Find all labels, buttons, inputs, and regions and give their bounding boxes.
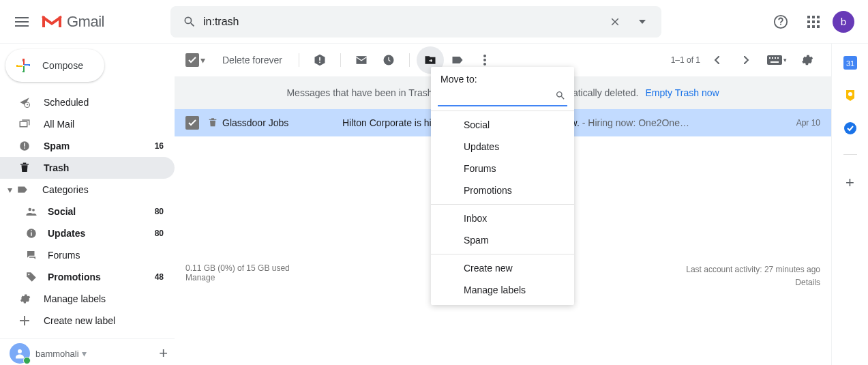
svg-rect-2 (812, 16, 815, 18)
mail-sender: Glassdoor Jobs (222, 117, 342, 128)
search-options-button[interactable] (629, 8, 656, 35)
info-icon (25, 227, 38, 239)
hangouts-avatar[interactable] (10, 343, 30, 364)
svg-rect-6 (817, 20, 820, 23)
snooze-button[interactable] (375, 46, 402, 74)
mark-unread-button[interactable] (348, 46, 375, 74)
svg-point-15 (32, 209, 35, 211)
apps-grid-icon (807, 16, 820, 28)
details-link[interactable]: Details (686, 276, 820, 289)
tag-icon (25, 271, 38, 283)
svg-rect-18 (31, 231, 32, 232)
calendar-addon[interactable]: 31 (843, 56, 857, 70)
product-name: Gmail (67, 13, 104, 31)
sidebar-item-updates[interactable]: Updates 80 (0, 222, 175, 244)
svg-point-19 (28, 274, 29, 275)
trash-icon (207, 117, 218, 128)
popup-item-spam[interactable]: Spam (431, 229, 574, 251)
clear-search-button[interactable] (601, 8, 629, 35)
next-page-button[interactable] (733, 46, 760, 74)
popup-item-manage[interactable]: Manage labels (431, 279, 574, 301)
sidebar-manage-labels[interactable]: Manage labels (0, 288, 175, 310)
gear-icon (18, 293, 31, 305)
get-addons-button[interactable]: + (845, 174, 854, 192)
label-icon (16, 184, 30, 196)
compose-label: Compose (42, 60, 83, 71)
spam-icon (18, 140, 31, 152)
product-logo[interactable]: Gmail (41, 13, 170, 31)
prev-page-button[interactable] (703, 46, 730, 74)
more-vert-icon (483, 55, 486, 65)
sidebar-item-scheduled[interactable]: Scheduled (0, 91, 175, 113)
storage-text: 0.11 GB (0%) of 15 GB used (185, 263, 290, 273)
compose-button[interactable]: Compose (5, 49, 104, 82)
header-actions: b (767, 8, 863, 35)
toolbar-right: 1–1 of 1 ▾ (671, 46, 820, 74)
svg-rect-27 (767, 55, 782, 65)
input-tools-button[interactable]: ▾ (763, 46, 790, 74)
search-icon (183, 15, 196, 29)
manage-storage-link[interactable]: Manage (185, 273, 290, 282)
empty-trash-link[interactable]: Empty Trash now (645, 87, 719, 98)
delete-forever-button[interactable]: Delete forever (222, 55, 282, 65)
svg-point-35 (848, 92, 852, 96)
popup-item-promotions[interactable]: Promotions (431, 179, 574, 201)
svg-rect-4 (807, 20, 810, 23)
sidebar-item-spam[interactable]: Spam 16 (0, 135, 175, 157)
keep-icon (843, 89, 857, 102)
hamburger-icon (15, 17, 29, 27)
svg-point-36 (844, 122, 856, 134)
people-icon (25, 205, 38, 218)
select-dropdown[interactable]: ▾ (200, 55, 210, 65)
apps-button[interactable] (800, 8, 827, 35)
app-header: Gmail b (0, 0, 868, 44)
svg-rect-21 (319, 57, 320, 61)
svg-rect-31 (777, 57, 779, 59)
caret-down-icon[interactable]: ▾ (82, 348, 87, 359)
popup-item-inbox[interactable]: Inbox (431, 207, 574, 229)
main-menu-button[interactable] (5, 5, 38, 38)
svg-rect-8 (812, 25, 815, 28)
sidebar-item-categories[interactable]: ▾ Categories (0, 179, 175, 201)
mail-date: Apr 10 (796, 118, 820, 128)
svg-point-20 (18, 349, 22, 353)
popup-item-social[interactable]: Social (431, 114, 574, 136)
svg-rect-13 (24, 147, 25, 149)
popup-search-input[interactable] (438, 89, 567, 100)
report-spam-button[interactable] (306, 46, 333, 74)
plus-icon (18, 315, 31, 326)
sidebar-item-forums[interactable]: Forums (0, 244, 175, 266)
support-button[interactable] (767, 8, 794, 35)
search-icon (555, 90, 566, 101)
popup-item-updates[interactable]: Updates (431, 136, 574, 158)
popup-item-forums[interactable]: Forums (431, 158, 574, 179)
new-chat-button[interactable]: + (159, 345, 168, 362)
svg-point-14 (29, 208, 32, 211)
svg-rect-12 (24, 143, 25, 147)
check-icon (188, 119, 196, 126)
sidebar-item-trash[interactable]: Trash (0, 157, 175, 179)
select-all-checkbox[interactable] (185, 53, 199, 67)
gear-icon (800, 53, 813, 67)
folder-move-icon (423, 53, 437, 67)
row-checkbox[interactable] (185, 116, 199, 130)
sidebar-item-allmail[interactable]: All Mail (0, 113, 175, 135)
mail-icon (355, 53, 368, 67)
spam-icon (313, 53, 327, 67)
tasks-addon[interactable] (843, 121, 857, 135)
settings-button[interactable] (793, 46, 820, 74)
sidebar: Compose Scheduled All Mail Spam 16 Trash… (0, 44, 175, 365)
sidebar-create-label[interactable]: Create new label (0, 310, 175, 332)
account-avatar[interactable]: b (833, 11, 854, 33)
keep-addon[interactable] (843, 89, 857, 102)
close-icon (609, 16, 621, 28)
hangouts-bar: bammohali ▾ + (0, 338, 175, 365)
search-input[interactable] (203, 16, 601, 28)
sidebar-item-promotions[interactable]: Promotions 48 (0, 266, 175, 288)
side-panel: 31 + (831, 44, 868, 365)
popup-item-create[interactable]: Create new (431, 257, 574, 279)
svg-point-24 (483, 55, 486, 57)
sidebar-item-social[interactable]: Social 80 (0, 201, 175, 222)
search-button[interactable] (176, 8, 203, 35)
forums-icon (25, 249, 38, 261)
